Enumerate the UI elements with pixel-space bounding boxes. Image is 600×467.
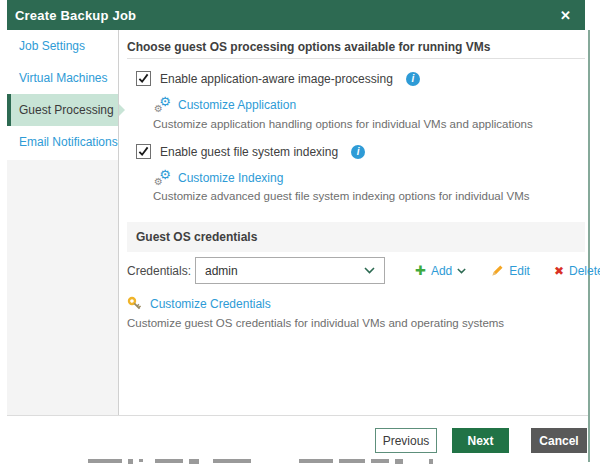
pencil-icon [491, 264, 504, 277]
sidebar-item-guest-processing[interactable]: Guest Processing [7, 94, 118, 126]
chevron-down-icon [364, 267, 375, 274]
delete-x-icon: ✖ [554, 265, 564, 277]
credentials-row: Credentials: admin ✚ Add Edit [127, 257, 585, 284]
customize-indexing-row: ⚙ ⚙ Customize Indexing [154, 170, 283, 185]
customize-credentials-row: Customize Credentials [127, 296, 271, 311]
checkmark-icon [138, 73, 149, 84]
panel-header: Choose guest OS processing options avail… [127, 40, 490, 54]
indexing-label: Enable guest file system indexing [160, 145, 338, 159]
sidebar-item-virtual-machines[interactable]: Virtual Machines [7, 62, 118, 94]
next-button[interactable]: Next [452, 428, 509, 453]
app-aware-row: Enable application-aware image-processin… [136, 71, 420, 86]
credentials-description: Customize guest OS credentials for indiv… [127, 317, 504, 329]
customize-application-row: ⚙ ⚙ Customize Application [154, 97, 296, 112]
app-aware-label: Enable application-aware image-processin… [160, 72, 393, 86]
credentials-field-label: Credentials: [127, 264, 195, 278]
chevron-down-icon [457, 268, 466, 274]
dialog-titlebar: Create Backup Job ✕ [7, 0, 585, 30]
add-credentials-button[interactable]: ✚ Add [415, 264, 466, 278]
checkmark-icon [138, 146, 149, 157]
sidebar-item-label: Email Notifications [19, 135, 118, 149]
previous-button[interactable]: Previous [375, 428, 437, 453]
credentials-select[interactable]: admin [195, 257, 385, 284]
add-label: Add [431, 264, 452, 278]
gears-icon: ⚙ ⚙ [154, 97, 171, 112]
gears-icon: ⚙ ⚙ [154, 170, 171, 185]
info-icon[interactable]: i [351, 145, 365, 159]
key-icon [127, 296, 143, 311]
credentials-selected-value: admin [205, 264, 238, 278]
sidebar-item-email-notifications[interactable]: Email Notifications [7, 126, 118, 158]
header-divider [127, 58, 585, 59]
sidebar-item-label: Virtual Machines [19, 71, 108, 85]
cancel-button[interactable]: Cancel [531, 428, 587, 453]
customize-indexing-link[interactable]: Customize Indexing [178, 171, 283, 185]
dialog-title: Create Backup Job [15, 8, 136, 23]
wizard-steps-sidebar: Job Settings Virtual Machines Guest Proc… [7, 30, 118, 158]
delete-credentials-button[interactable]: ✖ Delete [554, 264, 600, 278]
indexing-checkbox[interactable] [136, 144, 151, 159]
credentials-section-header: Guest OS credentials [127, 222, 585, 252]
sidebar-background-panel [7, 160, 118, 415]
customize-application-link[interactable]: Customize Application [178, 98, 296, 112]
indexing-description: Customize advanced guest file system ind… [153, 190, 530, 202]
sidebar-item-label: Job Settings [19, 39, 85, 53]
info-icon[interactable]: i [406, 72, 420, 86]
app-aware-checkbox[interactable] [136, 71, 151, 86]
cropped-caption-fragments [88, 459, 439, 464]
selected-step-pointer [118, 103, 125, 117]
delete-label: Delete [569, 264, 600, 278]
sidebar-item-job-settings[interactable]: Job Settings [7, 30, 118, 62]
edit-credentials-button[interactable]: Edit [491, 264, 530, 278]
edit-label: Edit [509, 264, 530, 278]
dialog-right-border [588, 30, 590, 462]
close-icon[interactable]: ✕ [558, 7, 573, 24]
create-backup-job-dialog: Create Backup Job ✕ Job Settings Virtual… [0, 0, 600, 467]
customize-credentials-link[interactable]: Customize Credentials [150, 297, 271, 311]
app-aware-description: Customize application handling options f… [153, 118, 533, 130]
sidebar-content-divider [118, 30, 119, 415]
footer-divider [7, 415, 588, 416]
indexing-row: Enable guest file system indexing i [136, 144, 365, 159]
sidebar-item-label: Guest Processing [19, 103, 114, 117]
plus-icon: ✚ [415, 264, 426, 277]
